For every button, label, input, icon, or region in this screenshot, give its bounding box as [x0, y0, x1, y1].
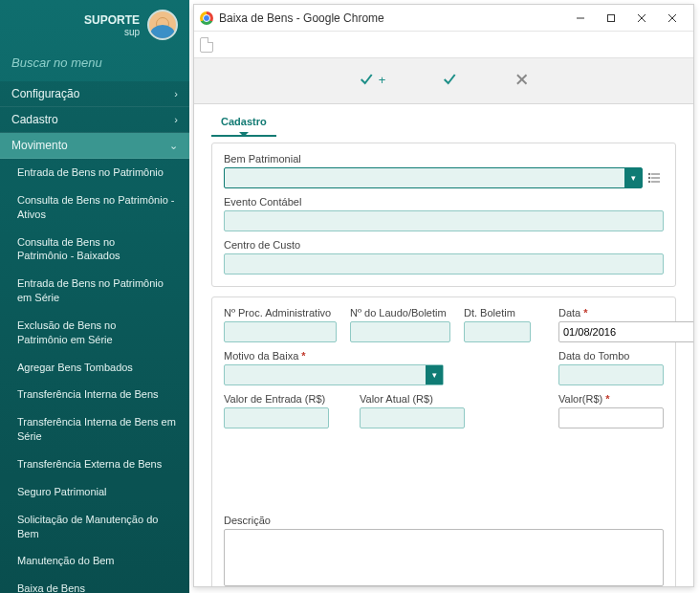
chevron-right-icon: › [174, 88, 178, 99]
content-area: Baixa de Bens - Google Chrome + [189, 0, 700, 593]
minimize-button[interactable] [565, 5, 596, 32]
input-n-laudo[interactable] [350, 321, 450, 342]
sub-item-consulta-ativos[interactable]: Consulta de Bens no Patrimônio - Ativos [0, 187, 189, 229]
support-sub: sup [84, 27, 140, 37]
label-valor-rs: Valor(R$) * [558, 393, 664, 405]
search-placeholder: Buscar no menu [11, 55, 102, 70]
chevron-right-icon: › [174, 114, 178, 125]
close-button[interactable] [626, 5, 657, 32]
label-n-proc: Nº Proc. Administrativo [224, 307, 337, 318]
chrome-icon [200, 11, 213, 25]
list-lookup-icon[interactable] [646, 169, 664, 187]
input-centro-custo[interactable] [224, 253, 664, 275]
sub-item-transf-interna-serie[interactable]: Transferência Interna de Bens em Série [0, 408, 189, 450]
window-titlebar: Baixa de Bens - Google Chrome [194, 5, 693, 32]
window-title: Baixa de Bens - Google Chrome [219, 11, 559, 25]
nav-label: Cadastro [11, 113, 58, 126]
svg-rect-1 [608, 14, 615, 21]
sub-item-agregar-tombados[interactable]: Agregar Bens Tombados [0, 354, 189, 382]
browser-tabbar [194, 32, 693, 58]
label-valor-atual: Valor Atual (R$) [360, 393, 465, 405]
label-valor-entrada: Valor de Entrada (R$) [224, 393, 329, 405]
sub-item-manutencao[interactable]: Manutenção do Bem [0, 547, 189, 575]
chevron-down-icon: ⌄ [169, 140, 178, 152]
nav-cadastro[interactable]: Cadastro › [0, 107, 189, 133]
chrome-window: Baixa de Bens - Google Chrome + [193, 4, 694, 587]
input-data[interactable] [558, 321, 693, 342]
sub-item-entrada-serie[interactable]: Entrada de Bens no Patrimônio em Série [0, 270, 189, 312]
label-n-laudo: Nº do Laudo/Boletim [350, 307, 450, 318]
label-data-tombo: Data do Tombo [558, 350, 664, 362]
label-dt-boletim: Dt. Boletim [464, 307, 531, 318]
label-motivo: Motivo da Baixa * [224, 350, 444, 362]
document-icon [200, 37, 213, 53]
svg-point-13 [648, 181, 650, 183]
input-valor-entrada[interactable] [224, 407, 329, 428]
tab-cadastro[interactable]: Cadastro [211, 110, 276, 137]
action-strip: + [194, 58, 693, 104]
textarea-descricao[interactable] [224, 529, 664, 586]
sub-item-baixa-bens[interactable]: Baixa de Bens [0, 575, 189, 593]
input-valor-atual[interactable] [360, 407, 465, 428]
combo-motivo[interactable]: ▾ [224, 364, 444, 385]
sub-item-seguro[interactable]: Seguro Patrimonial [0, 478, 189, 506]
nav-label: Movimento [11, 139, 68, 152]
sub-item-entrada-bens[interactable]: Entrada de Bens no Patrimônio [0, 159, 189, 187]
avatar[interactable] [147, 10, 178, 40]
sub-item-transf-externa[interactable]: Transferência Externa de Bens [0, 450, 189, 478]
input-evento-contabel[interactable] [224, 210, 664, 231]
svg-point-12 [648, 177, 650, 179]
chevron-down-icon: ▾ [426, 365, 443, 384]
confirm-icon[interactable] [443, 73, 458, 86]
panel-main: Bem Patrimonial ▾ Evento Contábel [211, 143, 676, 287]
input-dt-boletim[interactable] [464, 321, 531, 342]
input-valor-rs[interactable] [558, 407, 664, 428]
sidebar-header: SUPORTE sup [0, 0, 189, 48]
nav-configuracao[interactable]: Configuração › [0, 81, 189, 107]
input-n-proc[interactable] [224, 321, 337, 342]
nav-movimento[interactable]: Movimento ⌄ [0, 133, 189, 159]
panel-details: Nº Proc. Administrativo Nº do Laudo/Bole… [211, 296, 676, 586]
sub-item-transf-interna[interactable]: Transferência Interna de Bens [0, 381, 189, 408]
sidebar: SUPORTE sup Buscar no menu Configuração … [0, 0, 189, 593]
sub-item-consulta-baixados[interactable]: Consulta de Bens no Patrimônio - Baixado… [0, 229, 172, 271]
label-bem-patrimonial: Bem Patrimonial [224, 153, 664, 165]
maximize-button[interactable] [596, 5, 626, 32]
label-data: Data * [558, 307, 664, 318]
svg-point-11 [648, 173, 650, 175]
label-evento-contabel: Evento Contábel [224, 196, 664, 208]
chevron-down-icon: ▾ [624, 168, 642, 187]
nav-label: Configuração [11, 87, 79, 100]
close-button-outer[interactable] [657, 5, 688, 32]
form-area: Cadastro Bem Patrimonial ▾ [194, 104, 693, 586]
support-title: SUPORTE [84, 13, 140, 27]
nav-sub-items: Entrada de Bens no Patrimônio Consulta d… [0, 159, 189, 593]
cancel-icon[interactable] [515, 74, 527, 85]
confirm-add-icon[interactable]: + [361, 73, 386, 87]
sub-item-exclusao-serie[interactable]: Exclusão de Bens no Patrimônio em Série [0, 312, 172, 354]
combo-bem-patrimonial[interactable]: ▾ [224, 167, 643, 188]
sub-item-solicitacao-manut[interactable]: Solicitação de Manutenção do Bem [0, 506, 189, 548]
label-descricao: Descrição [224, 515, 664, 526]
input-data-tombo[interactable] [558, 364, 664, 385]
menu-search[interactable]: Buscar no menu [0, 48, 189, 81]
label-centro-custo: Centro de Custo [224, 239, 664, 251]
